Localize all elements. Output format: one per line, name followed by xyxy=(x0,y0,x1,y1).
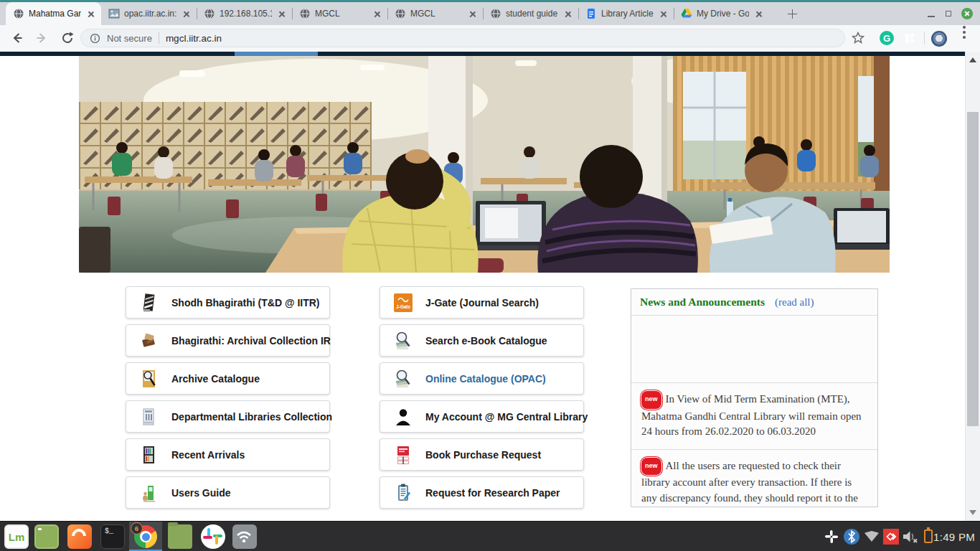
link-label: Departmental Libraries Collection xyxy=(171,411,332,423)
screen: Mahatma Gand opac.iitr.ac.in:8 192.168.1… xyxy=(0,0,980,551)
browser-toolbar: Not secure mgcl.iitr.ac.in G xyxy=(0,25,980,52)
link-label: My Account @ MG Central Library xyxy=(425,411,588,423)
browser-tab-mgcl-1[interactable]: MGCL xyxy=(292,2,387,25)
network-signal-tray-icon[interactable] xyxy=(864,529,880,545)
tab-title: student guide xyxy=(506,9,558,19)
kiosk-guide-icon xyxy=(139,481,159,504)
address-bar[interactable]: Not secure mgcl.iitr.ac.in xyxy=(80,29,845,47)
forward-button[interactable] xyxy=(34,31,49,45)
link-jgate[interactable]: J-Gate J-Gate (Journal Search) xyxy=(380,286,584,319)
url-text[interactable]: mgcl.iitr.ac.in xyxy=(166,33,222,44)
page-scrollbar[interactable] xyxy=(965,52,980,521)
bookshelf-icon xyxy=(139,443,159,466)
tab-close-icon[interactable] xyxy=(181,8,192,19)
new-tab-button[interactable] xyxy=(783,5,801,23)
news-item: newIn View of Mid Term Examination (MTE)… xyxy=(631,382,877,449)
link-recent-arrivals[interactable]: Recent Arrivals xyxy=(126,438,330,471)
new-badge: new xyxy=(641,458,661,476)
library-hero-photo xyxy=(79,56,890,273)
battery-tray-icon[interactable] xyxy=(924,529,933,543)
tab-title: opac.iitr.ac.in:8 xyxy=(124,9,176,19)
taskbar-clock[interactable]: 1:49 PM xyxy=(933,522,975,551)
show-desktop-button[interactable] xyxy=(34,524,59,549)
reload-button[interactable] xyxy=(60,31,75,45)
browser-tab-student-guide[interactable]: student guide xyxy=(483,2,578,25)
tab-close-icon[interactable] xyxy=(562,8,574,19)
scrollbar-down-arrow-icon[interactable] xyxy=(969,510,976,515)
volume-muted-tray-icon[interactable] xyxy=(902,529,918,545)
browser-tab-my-drive[interactable]: My Drive - Goo xyxy=(674,2,769,25)
news-title: News and Announcements xyxy=(640,296,765,309)
globe-favicon-icon xyxy=(204,8,215,19)
browser-tab-ip[interactable]: 192.168.105.14 xyxy=(197,2,292,25)
browser-tab-mgcl-2[interactable]: MGCL xyxy=(387,2,483,25)
tab-close-icon[interactable] xyxy=(372,8,383,19)
taskbar: Lm $_ 6 xyxy=(0,521,980,551)
link-label: Request for Research Paper xyxy=(425,487,560,499)
browser-tab-opac[interactable]: opac.iitr.ac.in:8 xyxy=(101,2,197,25)
globe-favicon-icon xyxy=(13,8,24,19)
slack-launcher-icon[interactable] xyxy=(201,524,225,549)
link-search-ebook-catalogue[interactable]: Search e-Book Catalogue xyxy=(380,324,584,357)
file-manager-launcher-icon[interactable] xyxy=(168,524,192,549)
tab-close-icon[interactable] xyxy=(85,8,97,19)
link-users-guide[interactable]: Users Guide xyxy=(126,476,330,509)
mint-menu-button[interactable]: Lm xyxy=(4,524,29,549)
chrome-taskbar-button[interactable]: 6 xyxy=(129,522,162,551)
window-close-button[interactable] xyxy=(961,8,973,19)
grammarly-extension-icon[interactable]: G xyxy=(880,31,894,45)
security-label[interactable]: Not secure xyxy=(107,33,152,44)
link-label: Book Purchase Request xyxy=(425,449,541,461)
globe-favicon-icon xyxy=(490,8,501,19)
quick-links-column-left: Shodh Bhagirathi (T&D @ IITR) Bhagirathi… xyxy=(126,286,330,514)
hero-photo-art xyxy=(79,56,890,273)
bookmark-star-icon[interactable] xyxy=(851,31,865,48)
jgate-logo-icon: J-Gate xyxy=(393,291,413,314)
clipboard-pencil-icon xyxy=(393,481,413,504)
link-departmental-libraries[interactable]: Departmental Libraries Collection xyxy=(126,400,330,433)
link-archive-catalogue[interactable]: Archive Catalogue xyxy=(126,362,330,395)
terminal-launcher-icon[interactable]: $_ xyxy=(100,524,125,549)
back-button[interactable] xyxy=(10,31,24,45)
news-panel: News and Announcements (read all) newIn … xyxy=(631,288,878,507)
tab-close-icon[interactable] xyxy=(753,8,765,19)
browser-tab-mgcl-home[interactable]: Mahatma Gand xyxy=(6,2,101,25)
read-all-link[interactable]: (read all) xyxy=(775,296,814,309)
link-request-research-paper[interactable]: Request for Research Paper xyxy=(380,476,584,509)
tab-title: Mahatma Gand xyxy=(29,9,81,19)
firefox-launcher-icon[interactable] xyxy=(67,524,92,549)
scrollbar-up-arrow-icon[interactable] xyxy=(969,57,976,62)
window-maximize-button[interactable] xyxy=(943,8,954,19)
anydesk-tray-icon[interactable] xyxy=(883,529,899,545)
tab-title: MGCL xyxy=(315,9,367,19)
link-book-purchase-request[interactable]: Book Purchase Request xyxy=(380,438,584,471)
chrome-window-count-badge: 6 xyxy=(131,522,143,534)
bluetooth-tray-icon[interactable] xyxy=(844,529,859,545)
quick-links-column-middle: J-Gate J-Gate (Journal Search) Search e-… xyxy=(380,286,584,514)
scrollbar-thumb[interactable] xyxy=(967,112,979,426)
omnibox-divider xyxy=(159,32,159,44)
tab-title: My Drive - Goo xyxy=(697,9,749,19)
link-my-account[interactable]: My Account @ MG Central Library xyxy=(380,400,584,433)
image-favicon-icon xyxy=(108,8,120,19)
info-icon[interactable] xyxy=(90,33,100,44)
tab-close-icon[interactable] xyxy=(467,8,479,19)
link-online-catalogue-opac[interactable]: Online Catalogue (OPAC) xyxy=(380,362,584,395)
wifi-launcher-icon[interactable] xyxy=(232,524,257,549)
window-minimize-button[interactable] xyxy=(925,8,937,19)
link-label: Recent Arrivals xyxy=(171,449,245,461)
profile-avatar[interactable] xyxy=(931,31,947,47)
link-shodh-bhagirathi[interactable]: Shodh Bhagirathi (T&D @ IITR) xyxy=(126,286,330,319)
link-label: Shodh Bhagirathi (T&D @ IITR) xyxy=(171,297,320,309)
slack-tray-icon[interactable] xyxy=(824,529,839,545)
thesis-book-icon xyxy=(139,291,159,314)
tab-close-icon[interactable] xyxy=(658,8,669,19)
new-badge: new xyxy=(641,391,661,409)
department-building-icon xyxy=(139,405,159,428)
browser-tab-library-article[interactable]: Library Article D xyxy=(578,2,674,25)
tab-close-icon[interactable] xyxy=(276,8,288,19)
archive-search-icon xyxy=(139,367,159,390)
link-label: Users Guide xyxy=(171,487,230,499)
link-bhagirathi-archival[interactable]: Bhagirathi: Archival Collection IR xyxy=(126,324,330,357)
tab-title: 192.168.105.14 xyxy=(220,9,272,19)
